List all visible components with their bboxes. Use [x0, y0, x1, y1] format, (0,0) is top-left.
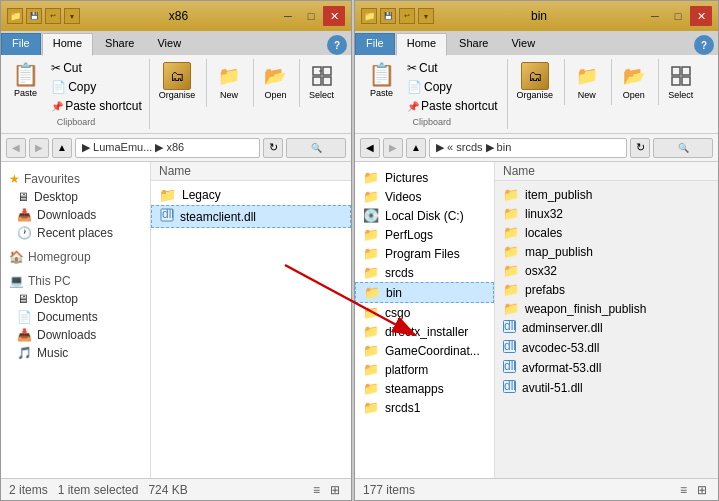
right-paste-icon: 📋 [368, 62, 395, 88]
right-new-group: 📁 New [567, 59, 612, 105]
left-close-button[interactable]: ✕ [323, 6, 345, 26]
right-nav-programfiles[interactable]: 📁 Program Files [355, 244, 494, 263]
left-new-button[interactable]: 📁 New [211, 59, 247, 103]
right-up-button[interactable]: ▲ [406, 138, 426, 158]
left-homegroup-section[interactable]: 🏠 Homegroup [1, 246, 150, 266]
left-refresh-button[interactable]: ↻ [263, 138, 283, 158]
left-file-steamclient[interactable]: dll steamclient.dll [151, 205, 351, 228]
right-search-button[interactable]: 🔍 [653, 138, 713, 158]
left-maximize-button[interactable]: □ [300, 6, 322, 26]
right-file-item-linux32[interactable]: 📁 linux32 [495, 204, 718, 223]
left-cut-button[interactable]: ✂ Cut [48, 59, 145, 77]
right-nav-csgo[interactable]: 📁 csgo [355, 303, 494, 322]
right-maximize-button[interactable]: □ [667, 6, 689, 26]
right-nav-perflogs[interactable]: 📁 PerfLogs [355, 225, 494, 244]
right-file-item-osx32[interactable]: 📁 osx32 [495, 261, 718, 280]
right-tab-share[interactable]: Share [448, 33, 499, 55]
left-quick-access2: ↩ [45, 8, 61, 24]
right-file-item-prefabs[interactable]: 📁 prefabs [495, 280, 718, 299]
left-dropdown[interactable]: ▼ [64, 8, 80, 24]
right-tab-home[interactable]: Home [396, 33, 447, 56]
left-favourites-section[interactable]: ★ Favourites [1, 168, 150, 188]
right-cut-button[interactable]: ✂ Cut [404, 59, 501, 77]
left-tab-file[interactable]: File [1, 33, 41, 55]
right-forward-button[interactable]: ▶ [383, 138, 403, 158]
right-nav-srcds1[interactable]: 📁 srcds1 [355, 398, 494, 417]
right-paste-shortcut-button[interactable]: 📌 Paste shortcut [404, 97, 501, 115]
right-file-item-locales[interactable]: 📁 locales [495, 223, 718, 242]
left-sidebar-desktop[interactable]: 🖥 Desktop [1, 188, 150, 206]
right-minimize-button[interactable]: ─ [644, 6, 666, 26]
right-copy-button[interactable]: 📄 Copy [404, 78, 501, 96]
left-sidebar-music[interactable]: 🎵 Music [1, 344, 150, 362]
left-paste-button[interactable]: 📋 Paste [7, 59, 44, 101]
right-nav-srcds[interactable]: 📁 srcds [355, 263, 494, 282]
left-sidebar-documents[interactable]: 📄 Documents [1, 308, 150, 326]
right-view-tiles-button[interactable]: ⊞ [694, 482, 710, 498]
left-tab-share[interactable]: Share [94, 33, 145, 55]
steamapps-nav-label: steamapps [385, 382, 444, 396]
right-nav-steamapps[interactable]: 📁 steamapps [355, 379, 494, 398]
right-sidebar: 📁 Pictures 📁 Videos 💽 Local Disk (C:) 📁 … [355, 162, 495, 478]
right-dropdown[interactable]: ▼ [418, 8, 434, 24]
right-help-button[interactable]: ? [694, 35, 714, 55]
right-nav-pictures[interactable]: 📁 Pictures [355, 168, 494, 187]
left-select-button[interactable]: Select [304, 59, 340, 103]
left-open-button[interactable]: 📂 Open [257, 59, 293, 103]
right-file-item-map-publish[interactable]: 📁 map_publish [495, 242, 718, 261]
left-forward-button[interactable]: ▶ [29, 138, 49, 158]
left-search-button[interactable]: 🔍 [286, 138, 346, 158]
left-copy-button[interactable]: 📄 Copy [48, 78, 145, 96]
left-app-icon: 📁 [7, 8, 23, 24]
right-nav-videos[interactable]: 📁 Videos [355, 187, 494, 206]
right-file-item-avcodec[interactable]: dll avcodec-53.dll [495, 338, 718, 358]
this-pc-label: This PC [28, 274, 71, 288]
left-sidebar-recent[interactable]: 🕐 Recent places [1, 224, 150, 242]
right-breadcrumb[interactable]: ▶ « srcds ▶ bin [429, 138, 627, 158]
left-up-button[interactable]: ▲ [52, 138, 72, 158]
left-sidebar-pc-desktop[interactable]: 🖥 Desktop [1, 290, 150, 308]
left-view-tiles-button[interactable]: ⊞ [327, 482, 343, 498]
left-minimize-button[interactable]: ─ [277, 6, 299, 26]
left-help-button[interactable]: ? [327, 35, 347, 55]
right-paste-button[interactable]: 📋 Paste [363, 59, 400, 101]
left-view-details-button[interactable]: ≡ [310, 482, 323, 498]
left-back-button[interactable]: ◀ [6, 138, 26, 158]
right-file-item-avformat[interactable]: dll avformat-53.dll [495, 358, 718, 378]
right-open-button[interactable]: 📂 Open [616, 59, 652, 103]
right-refresh-button[interactable]: ↻ [630, 138, 650, 158]
left-sidebar-downloads2[interactable]: 📥 Downloads [1, 326, 150, 344]
right-file-item-adminserver[interactable]: dll adminserver.dll [495, 318, 718, 338]
left-paste-shortcut-button[interactable]: 📌 Paste shortcut [48, 97, 145, 115]
left-tab-home[interactable]: Home [42, 33, 93, 56]
right-close-button[interactable]: ✕ [690, 6, 712, 26]
right-back-button[interactable]: ◀ [360, 138, 380, 158]
left-organise-button[interactable]: 🗂 Organise [155, 59, 200, 103]
pc-desktop-icon: 🖥 [17, 292, 29, 306]
right-new-button[interactable]: 📁 New [569, 59, 605, 103]
right-nav-platform[interactable]: 📁 platform [355, 360, 494, 379]
right-file-item-avutil[interactable]: dll avutil-51.dll [495, 378, 718, 398]
svg-rect-10 [682, 77, 690, 85]
right-tab-file[interactable]: File [355, 33, 395, 55]
left-file-legacy[interactable]: 📁 Legacy [151, 185, 351, 205]
right-file-item-publish[interactable]: 📁 item_publish [495, 185, 718, 204]
left-tab-view[interactable]: View [146, 33, 192, 55]
right-nav-gamecoord[interactable]: 📁 GameCoordinat... [355, 341, 494, 360]
right-nav-localdisk[interactable]: 💽 Local Disk (C:) [355, 206, 494, 225]
right-select-button[interactable]: Select [663, 59, 699, 103]
right-nav-bin[interactable]: 📁 bin [355, 282, 494, 303]
right-tab-view[interactable]: View [500, 33, 546, 55]
left-thispc-section[interactable]: 💻 This PC [1, 270, 150, 290]
srcds-nav-icon: 📁 [363, 265, 379, 280]
localdisk-nav-label: Local Disk (C:) [385, 209, 464, 223]
left-breadcrumb[interactable]: ▶ LumaEmu... ▶ x86 [75, 138, 260, 158]
left-documents-label: Documents [37, 310, 98, 324]
steamapps-nav-icon: 📁 [363, 381, 379, 396]
right-nav-directx[interactable]: 📁 directx_installer [355, 322, 494, 341]
select-icon [308, 62, 336, 90]
right-organise-button[interactable]: 🗂 Organise [512, 59, 557, 103]
right-file-item-weapon[interactable]: 📁 weapon_finish_publish [495, 299, 718, 318]
right-view-details-button[interactable]: ≡ [677, 482, 690, 498]
left-sidebar-downloads[interactable]: 📥 Downloads [1, 206, 150, 224]
